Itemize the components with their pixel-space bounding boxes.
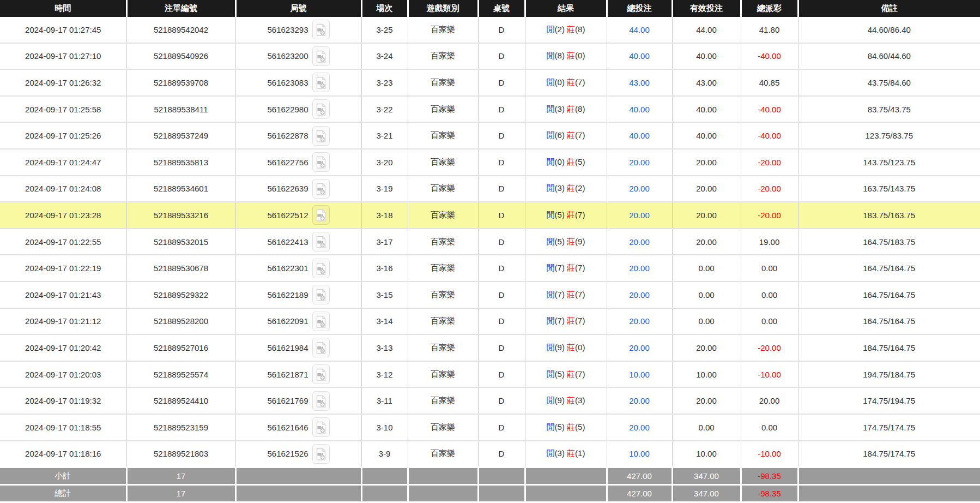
cell-table-no: D [478, 43, 525, 70]
total-bet-amount[interactable]: 10.00 [629, 370, 650, 379]
total-bet-amount[interactable]: 40.00 [629, 51, 650, 61]
bet-id: 521889521803 [154, 449, 208, 458]
table-row[interactable]: 2024-09-17 01:27:45 521889542042 5616232… [0, 17, 980, 43]
video-replay-button[interactable] [312, 46, 330, 66]
remark-text: 44.60/86.40 [868, 25, 911, 34]
remark-text: 174.75/194.75 [863, 396, 915, 405]
payout-amount: -40.00 [758, 131, 781, 140]
video-replay-icon [316, 156, 326, 169]
total-bet-amount[interactable]: 20.00 [629, 316, 650, 326]
cell-bet-id: 521889540926 [126, 43, 235, 70]
video-replay-button[interactable] [312, 205, 330, 225]
table-no-label: D [499, 158, 505, 167]
table-row[interactable]: 2024-09-17 01:21:43 521889529322 5616221… [0, 282, 980, 308]
cell-valid-bet: 20.00 [672, 176, 741, 202]
video-replay-button[interactable] [312, 444, 330, 464]
total-bet-amount[interactable]: 20.00 [629, 184, 650, 193]
cell-valid-bet: 20.00 [672, 149, 741, 176]
video-replay-button[interactable] [312, 285, 330, 304]
summary-count-cell: 17 [126, 485, 235, 502]
table-row[interactable]: 2024-09-17 01:22:55 521889532015 5616224… [0, 229, 980, 255]
total-bet-amount[interactable]: 40.00 [629, 105, 650, 114]
table-row[interactable]: 2024-09-17 01:19:32 521889524410 5616217… [0, 387, 980, 414]
table-row[interactable]: 2024-09-17 01:18:16 521889521803 5616215… [0, 441, 980, 468]
table-row[interactable]: 2024-09-17 01:25:26 521889537249 5616228… [0, 122, 980, 149]
cell-session: 3-10 [361, 414, 408, 441]
cell-valid-bet: 10.00 [672, 361, 741, 388]
video-replay-button[interactable] [312, 20, 330, 39]
total-bet-amount[interactable]: 20.00 [629, 290, 650, 300]
bet-time: 2024-09-17 01:23:28 [25, 211, 101, 220]
table-row[interactable]: 2024-09-17 01:26:32 521889539708 5616230… [0, 69, 980, 96]
cell-session: 3-24 [361, 43, 408, 70]
total-bet-amount[interactable]: 40.00 [629, 131, 650, 140]
video-replay-button[interactable] [312, 417, 330, 437]
table-footer: 小計 17 427.00 347.00 -98.35 總計 17 427.00 … [0, 468, 980, 502]
cell-time: 2024-09-17 01:21:12 [0, 308, 126, 335]
table-row[interactable]: 2024-09-17 01:18:55 521889523159 5616216… [0, 414, 980, 441]
summary-empty-cell [408, 485, 478, 502]
bet-id: 521889537249 [154, 131, 208, 140]
round-id: 561622512 [267, 211, 308, 220]
total-bet-amount[interactable]: 43.00 [629, 78, 650, 87]
column-header-remark: 備註 [798, 0, 980, 17]
result-banker-score: (8) [575, 104, 585, 113]
video-replay-button[interactable] [312, 73, 330, 92]
total-bet-amount[interactable]: 20.00 [629, 423, 650, 432]
result-banker-score: (2) [575, 183, 585, 193]
table-row[interactable]: 2024-09-17 01:27:10 521889540926 5616232… [0, 43, 980, 70]
result-player-score: (6) [555, 130, 565, 140]
cell-time: 2024-09-17 01:24:47 [0, 149, 126, 176]
video-replay-icon [316, 289, 326, 302]
video-replay-button[interactable] [312, 99, 330, 119]
total-bet-amount[interactable]: 20.00 [629, 264, 650, 273]
bet-id: 521889534601 [154, 184, 208, 193]
video-replay-icon [316, 23, 326, 37]
video-replay-button[interactable] [312, 364, 330, 384]
result-banker-label: 莊 [567, 422, 575, 432]
table-row[interactable]: 2024-09-17 01:25:58 521889538411 5616229… [0, 96, 980, 123]
table-row[interactable]: 2024-09-17 01:24:08 521889534601 5616226… [0, 176, 980, 202]
cell-result: 閒(8) 莊(0) [525, 43, 607, 70]
table-row[interactable]: 2024-09-17 01:20:42 521889527016 5616219… [0, 334, 980, 361]
game-type-label: 百家樂 [431, 290, 455, 299]
table-row[interactable]: 2024-09-17 01:20:03 521889525574 5616218… [0, 361, 980, 388]
video-replay-button[interactable] [312, 259, 330, 278]
result-banker-label: 莊 [567, 343, 575, 352]
valid-bet-amount: 20.00 [696, 343, 717, 352]
total-bet-amount[interactable]: 20.00 [629, 343, 650, 352]
valid-bet-amount: 0.00 [698, 316, 714, 326]
video-replay-button[interactable] [312, 232, 330, 251]
cell-bet-id: 521889532015 [126, 229, 235, 255]
table-row[interactable]: 2024-09-17 01:21:12 521889528200 5616220… [0, 308, 980, 335]
cell-remark: 184.75/164.75 [798, 334, 980, 361]
video-replay-button[interactable] [312, 126, 330, 146]
result-banker-score: (7) [575, 77, 585, 87]
result-player-score: (3) [555, 448, 565, 458]
session-label: 3-12 [376, 370, 392, 379]
video-replay-button[interactable] [312, 391, 330, 411]
valid-bet-amount: 10.00 [696, 449, 717, 458]
summary-payout: -98.35 [758, 471, 781, 481]
game-type-label: 百家樂 [431, 237, 455, 246]
table-no-label: D [499, 131, 505, 140]
video-replay-button[interactable] [312, 312, 330, 331]
total-bet-amount[interactable]: 44.00 [629, 25, 650, 34]
total-bet-amount[interactable]: 20.00 [629, 396, 650, 405]
total-bet-amount[interactable]: 20.00 [629, 211, 650, 220]
table-no-label: D [499, 316, 505, 326]
table-row[interactable]: 2024-09-17 01:23:28 521889533216 5616225… [0, 202, 980, 229]
total-bet-amount[interactable]: 10.00 [629, 449, 650, 458]
result-banker-score: (5) [575, 422, 585, 432]
result-banker-score: (9) [575, 237, 585, 246]
table-row[interactable]: 2024-09-17 01:24:47 521889535813 5616227… [0, 149, 980, 176]
cell-remark: 194.75/184.75 [798, 361, 980, 388]
table-row[interactable]: 2024-09-17 01:22:19 521889530678 5616223… [0, 255, 980, 282]
round-id: 561622413 [267, 237, 308, 247]
video-replay-button[interactable] [312, 152, 330, 172]
video-replay-button[interactable] [312, 338, 330, 357]
result-banker-score: (7) [575, 369, 585, 379]
video-replay-button[interactable] [312, 179, 330, 199]
total-bet-amount[interactable]: 20.00 [629, 158, 650, 167]
total-bet-amount[interactable]: 20.00 [629, 237, 650, 247]
